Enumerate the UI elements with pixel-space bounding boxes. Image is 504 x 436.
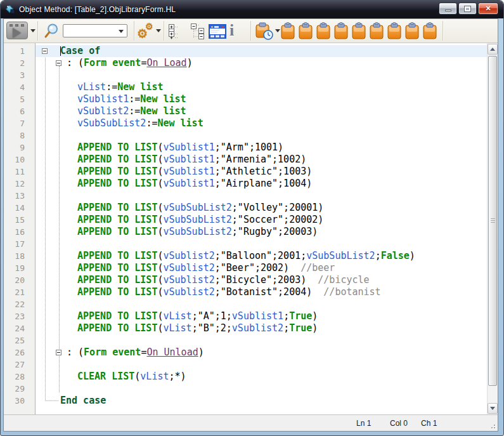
code-text[interactable]: APPEND TO LIST(vSubSubList2;"Volley";200…	[36, 202, 487, 214]
clipboard-3-button[interactable]	[316, 22, 331, 43]
execute-dropdown-arrow-icon[interactable]	[30, 29, 36, 35]
code-text[interactable]: CLEAR LIST(vList;*)	[36, 371, 487, 383]
code-line-7[interactable]: 7vSubSubList2:=New list	[4, 117, 487, 129]
line-number: 21	[4, 286, 36, 298]
code-line-24[interactable]: 24APPEND TO LIST(vList;"B";2;vSublist2;T…	[4, 322, 487, 334]
code-line-12[interactable]: 12APPEND TO LIST(vSublist1;"Airplane";10…	[4, 178, 487, 190]
code-text[interactable]: APPEND TO LIST(vSublist2;"Botanist";2004…	[36, 286, 487, 298]
code-line-27[interactable]: 27	[4, 359, 487, 371]
code-line-5[interactable]: 5vSublist1:=New list	[4, 93, 487, 105]
close-button[interactable]: ✕	[478, 3, 498, 15]
code-text[interactable]	[36, 129, 487, 142]
code-line-8[interactable]: 8	[4, 129, 487, 142]
clipboard-history-dropdown-arrow-icon[interactable]	[275, 29, 280, 35]
code-text[interactable]	[36, 69, 487, 81]
minimize-button[interactable]	[439, 3, 457, 15]
code-editor[interactable]: 1Case of2: (Form event=On Load)34vList:=…	[4, 43, 498, 414]
code-line-19[interactable]: 19APPEND TO LIST(vSublist2;"Beer";2002) …	[4, 262, 487, 274]
code-line-11[interactable]: 11APPEND TO LIST(vSublist1;"Athletic";10…	[4, 166, 487, 178]
info-icon[interactable]: i	[229, 22, 234, 39]
gear-icon: ⚙	[145, 21, 153, 31]
fold-collapse-box[interactable]	[56, 350, 61, 355]
code-line-17[interactable]: 17	[4, 238, 487, 250]
code-text[interactable]: APPEND TO LIST(vList;"A";1;vSublist1;Tru…	[36, 310, 487, 322]
code-line-1[interactable]: 1Case of	[4, 45, 487, 57]
code-line-30[interactable]: 30End case	[4, 395, 487, 407]
code-token: )	[198, 347, 204, 358]
code-text[interactable]: vSublist2:=New list	[36, 105, 487, 117]
code-line-22[interactable]: 22	[4, 298, 487, 310]
code-text[interactable]	[36, 383, 487, 395]
clipboard-history-button[interactable]	[255, 22, 274, 41]
clipboard-8-button[interactable]	[404, 22, 420, 43]
code-line-26[interactable]: 26: (Form event=On Unload)	[4, 347, 487, 359]
search-input[interactable]	[65, 25, 117, 36]
code-text[interactable]: vSubSubList2:=New list	[36, 117, 487, 129]
fold-collapse-box[interactable]	[56, 60, 61, 66]
code-line-16[interactable]: 16APPEND TO LIST(vSubSubList2;"Rugby";20…	[4, 226, 487, 238]
code-line-15[interactable]: 15APPEND TO LIST(vSubSubList2;"Soccer";2…	[4, 214, 487, 226]
collapse-all-icon[interactable]	[189, 23, 207, 39]
clipboard-5-button[interactable]	[351, 22, 366, 43]
code-text[interactable]: : (Form event=On Unload)	[36, 347, 487, 359]
title-bar[interactable]: Object Method: [Table_2].ObjLibraryForm.…	[1, 1, 503, 18]
code-line-14[interactable]: 14APPEND TO LIST(vSubSubList2;"Volley";2…	[4, 202, 487, 214]
clipboard-2-button[interactable]	[298, 22, 313, 43]
code-line-20[interactable]: 20APPEND TO LIST(vSublist2;"Bicycle";200…	[4, 274, 487, 286]
code-text[interactable]	[36, 190, 487, 202]
code-text[interactable]: APPEND TO LIST(vList;"B";2;vSublist2;Tru…	[36, 322, 487, 334]
resize-grip[interactable]	[489, 422, 495, 428]
code-line-18[interactable]: 18APPEND TO LIST(vSublist2;"Balloon";200…	[4, 250, 487, 262]
clipboard-9-button[interactable]	[422, 22, 437, 43]
code-text[interactable]: APPEND TO LIST(vSublist2;"Balloon";2001;…	[36, 250, 487, 262]
execute-method-button[interactable]	[6, 22, 28, 39]
code-line-21[interactable]: 21APPEND TO LIST(vSublist2;"Botanist";20…	[4, 286, 487, 298]
code-line-23[interactable]: 23APPEND TO LIST(vList;"A";1;vSublist1;T…	[4, 310, 487, 322]
code-lines[interactable]: 1Case of2: (Form event=On Load)34vList:=…	[4, 43, 487, 407]
code-text[interactable]: APPEND TO LIST(vSublist1;"Armenia";1002)	[36, 154, 487, 166]
code-text[interactable]: APPEND TO LIST(vSublist1;"Athletic";1003…	[36, 166, 487, 178]
code-text[interactable]	[36, 298, 487, 310]
clipboard-6-button[interactable]	[369, 22, 384, 43]
search-dropdown-arrow-icon[interactable]	[119, 30, 124, 36]
scroll-up-button[interactable]	[488, 44, 498, 55]
code-line-4[interactable]: 4vList:=New list	[4, 81, 487, 93]
code-text[interactable]: : (Form event=On Load)	[36, 57, 487, 69]
code-text[interactable]	[36, 238, 487, 250]
code-line-10[interactable]: 10APPEND TO LIST(vSublist1;"Armenia";100…	[4, 154, 487, 166]
code-line-2[interactable]: 2: (Form event=On Load)	[4, 57, 487, 69]
search-combobox[interactable]	[63, 24, 127, 37]
code-line-29[interactable]: 29	[4, 383, 487, 395]
maximize-button[interactable]	[458, 3, 477, 15]
code-line-3[interactable]: 3	[4, 69, 487, 81]
code-text[interactable]	[36, 359, 487, 371]
macros-button[interactable]: ⚙ ⚙	[137, 21, 157, 41]
code-text[interactable]: APPEND TO LIST(vSublist1;"Airplane";1004…	[36, 178, 487, 190]
form-preview-icon[interactable]	[209, 24, 226, 39]
clipboard-1-button[interactable]	[280, 22, 295, 43]
code-line-28[interactable]: 28CLEAR LIST(vList;*)	[4, 371, 487, 383]
code-text[interactable]: vSublist1:=New list	[36, 93, 487, 105]
code-line-6[interactable]: 6vSublist2:=New list	[4, 105, 487, 117]
code-text[interactable]: APPEND TO LIST(vSubSubList2;"Soccer";200…	[36, 214, 487, 226]
code-text[interactable]: APPEND TO LIST(vSublist1;"Arm";1001)	[36, 142, 487, 154]
macros-dropdown-arrow-icon[interactable]	[156, 29, 161, 35]
code-line-25[interactable]: 25	[4, 334, 487, 347]
line-number: 2	[4, 57, 36, 69]
clipboard-7-button[interactable]	[387, 22, 402, 43]
code-line-9[interactable]: 9APPEND TO LIST(vSublist1;"Arm";1001)	[4, 142, 487, 154]
code-text[interactable]: APPEND TO LIST(vSublist2;"Beer";2002) //…	[36, 262, 487, 274]
code-text[interactable]: vList:=New list	[36, 81, 487, 93]
expand-all-icon[interactable]	[168, 23, 184, 39]
scrollbar-thumb[interactable]	[488, 56, 497, 386]
scroll-down-button[interactable]	[488, 403, 498, 414]
code-text[interactable]	[36, 334, 487, 347]
code-text[interactable]: End case	[36, 395, 487, 407]
code-text[interactable]: Case of	[36, 45, 487, 57]
code-line-13[interactable]: 13	[4, 190, 487, 202]
code-text[interactable]: APPEND TO LIST(vSublist2;"Bicycle";2003)…	[36, 274, 487, 286]
code-text[interactable]: APPEND TO LIST(vSubSubList2;"Rugby";2000…	[36, 226, 487, 238]
clipboard-4-button[interactable]	[333, 22, 349, 43]
vertical-scrollbar[interactable]	[487, 43, 498, 414]
fold-collapse-box[interactable]	[42, 48, 48, 54]
